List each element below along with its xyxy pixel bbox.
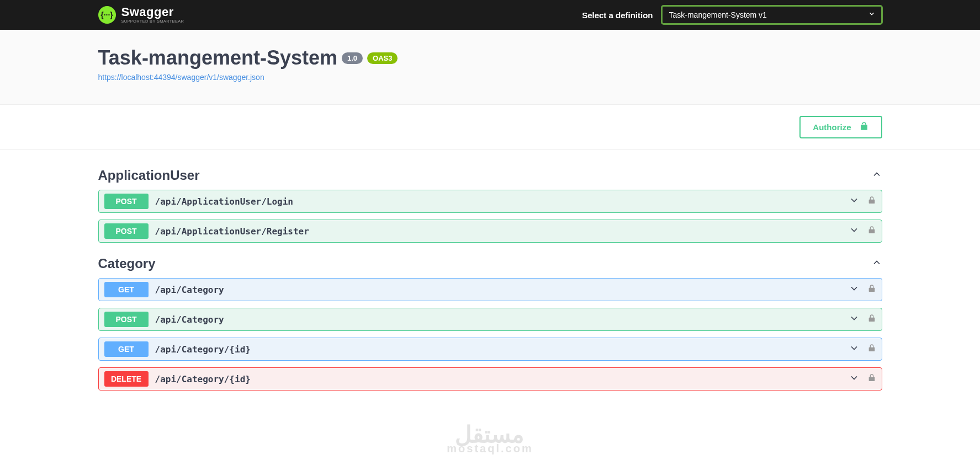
chevron-down-icon: [849, 224, 860, 238]
tag-header-category[interactable]: Category: [98, 249, 882, 278]
swagger-logo[interactable]: {···} Swagger Supported by SMARTBEAR: [98, 6, 184, 24]
lock-icon[interactable]: [867, 314, 876, 325]
method-badge: DELETE: [104, 371, 149, 387]
lock-icon[interactable]: [867, 226, 876, 237]
operation-path: /api/ApplicationUser/Login: [155, 196, 849, 207]
lock-icon[interactable]: [867, 284, 876, 295]
operation-path: /api/Category: [155, 314, 849, 325]
oas-badge: OAS3: [367, 52, 398, 64]
chevron-down-icon: [849, 313, 860, 326]
logo-text-main: Swagger: [121, 6, 184, 18]
definition-label: Select a definition: [582, 10, 653, 20]
operation-row[interactable]: POST /api/ApplicationUser/Register: [98, 220, 882, 243]
tag-name: ApplicationUser: [98, 168, 200, 183]
tag-name: Category: [98, 256, 156, 271]
chevron-down-icon: [849, 343, 860, 356]
operation-row[interactable]: POST /api/ApplicationUser/Login: [98, 190, 882, 213]
operation-row[interactable]: DELETE /api/Category/{id}: [98, 367, 882, 391]
swagger-logo-icon: {···}: [98, 6, 116, 24]
method-badge: POST: [104, 312, 149, 327]
operation-row[interactable]: GET /api/Category: [98, 278, 882, 301]
operation-path: /api/Category/{id}: [155, 374, 849, 384]
method-badge: POST: [104, 194, 149, 209]
operations-list: ApplicationUser POST /api/ApplicationUse…: [0, 150, 980, 408]
api-title: Task-mangement-System: [98, 46, 337, 69]
authorize-label: Authorize: [813, 122, 851, 132]
method-badge: GET: [104, 282, 149, 297]
chevron-down-icon: [849, 372, 860, 386]
method-badge: POST: [104, 223, 149, 239]
chevron-down-icon: [849, 283, 860, 296]
tag-header-applicationuser[interactable]: ApplicationUser: [98, 161, 882, 190]
lock-icon[interactable]: [867, 196, 876, 207]
operation-row[interactable]: POST /api/Category: [98, 308, 882, 331]
definition-selector: Select a definition Task-mangement-Syste…: [582, 6, 882, 24]
lock-open-icon: [859, 121, 869, 133]
chevron-down-icon: [849, 195, 860, 208]
version-badge: 1.0: [342, 52, 363, 64]
chevron-up-icon: [871, 169, 882, 182]
chevron-up-icon: [871, 257, 882, 270]
definition-select[interactable]: Task-mangement-System v1: [661, 6, 882, 24]
operation-row[interactable]: GET /api/Category/{id}: [98, 338, 882, 361]
info-section: Task-mangement-System 1.0 OAS3 https://l…: [0, 30, 980, 105]
method-badge: GET: [104, 341, 149, 357]
operation-path: /api/Category: [155, 285, 849, 295]
operation-path: /api/Category/{id}: [155, 344, 849, 355]
api-url-link[interactable]: https://localhost:44394/swagger/v1/swagg…: [98, 73, 264, 82]
scheme-section: Authorize: [0, 105, 980, 150]
logo-text-sub: Supported by SMARTBEAR: [121, 19, 184, 24]
topbar: {···} Swagger Supported by SMARTBEAR Sel…: [0, 0, 980, 30]
authorize-button[interactable]: Authorize: [799, 116, 882, 138]
operation-path: /api/ApplicationUser/Register: [155, 226, 849, 237]
lock-icon[interactable]: [867, 344, 876, 355]
lock-icon[interactable]: [867, 373, 876, 384]
